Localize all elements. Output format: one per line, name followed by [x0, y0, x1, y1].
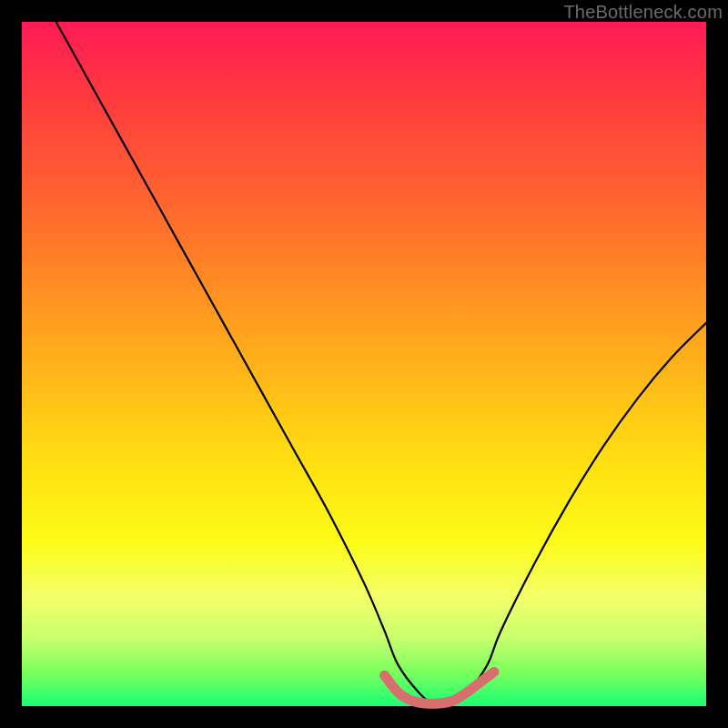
- bottleneck-sweetspot-path: [385, 672, 494, 703]
- chart-svg: [22, 22, 706, 706]
- bottleneck-curve-path: [56, 22, 706, 704]
- plot-area: [22, 22, 706, 706]
- chart-frame: TheBottleneck.com: [0, 0, 728, 728]
- attribution-watermark: TheBottleneck.com: [563, 2, 723, 23]
